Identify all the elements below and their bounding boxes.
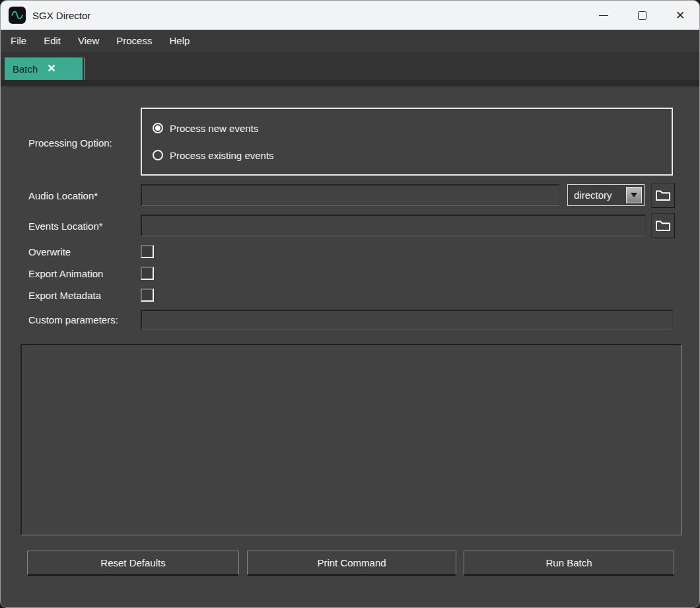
events-location-browse-button[interactable]: [651, 213, 675, 238]
tab-batch[interactable]: Batch ✕: [5, 57, 83, 80]
menu-view[interactable]: View: [69, 30, 108, 52]
radio-icon: [153, 123, 163, 133]
minimize-button[interactable]: [584, 1, 623, 30]
tab-batch-label: Batch: [13, 63, 38, 75]
export-metadata-label: Export Metadata: [28, 290, 101, 301]
chevron-down-icon[interactable]: [626, 187, 642, 203]
maximize-icon: [638, 11, 647, 20]
radio-label: Process existing events: [170, 150, 274, 161]
maximize-button[interactable]: [623, 1, 661, 30]
radio-icon: [153, 150, 163, 160]
export-metadata-checkbox[interactable]: [141, 288, 154, 302]
export-animation-label: Export Animation: [28, 268, 103, 279]
reset-defaults-button[interactable]: Reset Defaults: [27, 551, 239, 576]
app-logo-icon: [9, 7, 26, 24]
audio-location-type-select[interactable]: directory: [567, 184, 645, 206]
batch-form-panel: Processing Option: Process new events Pr…: [1, 86, 699, 608]
custom-parameters-label: Custom parameters:: [28, 314, 118, 325]
overwrite-checkbox[interactable]: [141, 245, 154, 258]
processing-option-group: Process new events Process existing even…: [141, 108, 673, 176]
custom-parameters-input[interactable]: [141, 310, 673, 329]
minimize-icon: [599, 15, 608, 16]
close-icon: ✕: [676, 10, 685, 21]
processing-option-label: Processing Option:: [28, 137, 112, 149]
output-log[interactable]: [20, 344, 682, 535]
window-title: SGX Director: [32, 10, 90, 21]
print-command-button[interactable]: Print Command: [247, 551, 456, 576]
events-location-input[interactable]: [141, 215, 646, 236]
audio-location-label: Audio Location*: [28, 190, 98, 201]
radio-process-existing-events[interactable]: Process existing events: [153, 148, 274, 162]
menubar: File Edit View Process Help: [1, 30, 699, 52]
tab-close-icon[interactable]: ✕: [47, 63, 55, 74]
export-animation-checkbox[interactable]: [141, 267, 154, 280]
tab-separator: [84, 57, 85, 80]
folder-icon: [655, 189, 671, 202]
tab-bar: Batch ✕: [1, 52, 699, 80]
overwrite-label: Overwrite: [28, 246, 71, 257]
audio-location-browse-button[interactable]: [651, 183, 675, 208]
titlebar: SGX Director ✕: [1, 1, 699, 30]
menu-process[interactable]: Process: [108, 30, 160, 52]
close-button[interactable]: ✕: [661, 1, 699, 30]
run-batch-button[interactable]: Run Batch: [464, 551, 674, 576]
window-controls: ✕: [584, 1, 699, 30]
menu-edit[interactable]: Edit: [35, 30, 69, 52]
tab-bar-underline: [1, 80, 699, 86]
menu-file[interactable]: File: [2, 30, 35, 52]
app-window: SGX Director ✕ File Edit View Process He…: [0, 0, 700, 608]
radio-process-new-events[interactable]: Process new events: [153, 121, 258, 135]
folder-icon: [655, 219, 671, 232]
radio-label: Process new events: [170, 123, 258, 134]
combo-selected-value: directory: [568, 189, 626, 201]
events-location-label: Events Location*: [28, 220, 103, 232]
menu-help[interactable]: Help: [160, 30, 198, 52]
audio-location-input[interactable]: [141, 184, 559, 206]
